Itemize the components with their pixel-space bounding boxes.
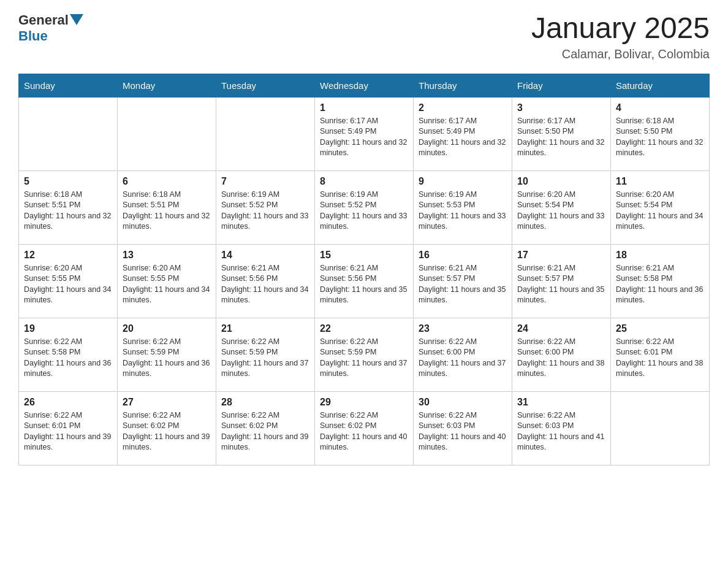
day-info: Sunrise: 6:21 AMSunset: 5:58 PMDaylight:… — [616, 263, 704, 306]
day-info: Sunrise: 6:20 AMSunset: 5:55 PMDaylight:… — [123, 263, 211, 306]
day-info: Sunrise: 6:22 AMSunset: 6:02 PMDaylight:… — [221, 410, 309, 453]
day-number: 6 — [123, 176, 211, 187]
day-number: 2 — [419, 102, 507, 113]
calendar-cell: 12Sunrise: 6:20 AMSunset: 5:55 PMDayligh… — [19, 244, 118, 318]
logo: General Blue — [18, 12, 83, 44]
month-title: January 2025 — [531, 12, 710, 45]
day-info: Sunrise: 6:21 AMSunset: 5:56 PMDaylight:… — [320, 263, 408, 306]
calendar-cell: 19Sunrise: 6:22 AMSunset: 5:58 PMDayligh… — [19, 318, 118, 391]
day-number: 30 — [419, 397, 507, 408]
day-number: 3 — [517, 102, 605, 113]
calendar-cell: 7Sunrise: 6:19 AMSunset: 5:52 PMDaylight… — [216, 170, 315, 244]
calendar-cell: 24Sunrise: 6:22 AMSunset: 6:00 PMDayligh… — [512, 318, 611, 391]
calendar-header-friday: Friday — [512, 74, 611, 97]
day-info: Sunrise: 6:22 AMSunset: 5:59 PMDaylight:… — [320, 337, 408, 380]
calendar-cell — [611, 391, 710, 465]
day-number: 26 — [24, 397, 112, 408]
calendar-cell: 29Sunrise: 6:22 AMSunset: 6:02 PMDayligh… — [315, 391, 414, 465]
day-number: 25 — [616, 323, 704, 334]
svg-marker-0 — [70, 14, 83, 25]
calendar-cell — [118, 97, 216, 170]
day-info: Sunrise: 6:22 AMSunset: 5:58 PMDaylight:… — [24, 337, 112, 380]
day-info: Sunrise: 6:18 AMSunset: 5:50 PMDaylight:… — [616, 116, 704, 159]
calendar-week-row: 5Sunrise: 6:18 AMSunset: 5:51 PMDaylight… — [19, 170, 710, 244]
logo-arrow-icon — [70, 14, 83, 25]
calendar-cell: 28Sunrise: 6:22 AMSunset: 6:02 PMDayligh… — [216, 391, 315, 465]
day-info: Sunrise: 6:19 AMSunset: 5:53 PMDaylight:… — [419, 190, 507, 232]
logo-general-text: General — [18, 12, 69, 28]
day-info: Sunrise: 6:22 AMSunset: 6:01 PMDaylight:… — [24, 410, 112, 453]
calendar-cell: 4Sunrise: 6:18 AMSunset: 5:50 PMDaylight… — [611, 97, 710, 170]
day-info: Sunrise: 6:22 AMSunset: 6:00 PMDaylight:… — [419, 337, 507, 380]
day-number: 12 — [24, 250, 112, 261]
calendar-header-saturday: Saturday — [611, 74, 710, 97]
calendar-header-tuesday: Tuesday — [216, 74, 315, 97]
day-number: 7 — [221, 176, 309, 187]
calendar-cell: 30Sunrise: 6:22 AMSunset: 6:03 PMDayligh… — [414, 391, 512, 465]
day-number: 22 — [320, 323, 408, 334]
day-info: Sunrise: 6:20 AMSunset: 5:54 PMDaylight:… — [517, 190, 605, 232]
calendar-cell: 15Sunrise: 6:21 AMSunset: 5:56 PMDayligh… — [315, 244, 414, 318]
day-number: 17 — [517, 250, 605, 261]
day-info: Sunrise: 6:19 AMSunset: 5:52 PMDaylight:… — [320, 190, 408, 232]
day-info: Sunrise: 6:22 AMSunset: 6:03 PMDaylight:… — [419, 410, 507, 453]
day-info: Sunrise: 6:22 AMSunset: 6:02 PMDaylight:… — [123, 410, 211, 453]
day-number: 21 — [221, 323, 309, 334]
day-number: 5 — [24, 176, 112, 187]
calendar-header-sunday: Sunday — [19, 74, 118, 97]
day-info: Sunrise: 6:20 AMSunset: 5:54 PMDaylight:… — [616, 190, 704, 232]
day-number: 29 — [320, 397, 408, 408]
day-info: Sunrise: 6:21 AMSunset: 5:56 PMDaylight:… — [221, 263, 309, 306]
day-number: 23 — [419, 323, 507, 334]
day-number: 14 — [221, 250, 309, 261]
calendar-cell — [216, 97, 315, 170]
calendar-cell: 31Sunrise: 6:22 AMSunset: 6:03 PMDayligh… — [512, 391, 611, 465]
day-info: Sunrise: 6:17 AMSunset: 5:50 PMDaylight:… — [517, 116, 605, 159]
calendar-cell: 1Sunrise: 6:17 AMSunset: 5:49 PMDaylight… — [315, 97, 414, 170]
day-number: 31 — [517, 397, 605, 408]
day-info: Sunrise: 6:21 AMSunset: 5:57 PMDaylight:… — [419, 263, 507, 306]
day-number: 15 — [320, 250, 408, 261]
location-subtitle: Calamar, Bolivar, Colombia — [531, 47, 710, 61]
calendar-cell: 6Sunrise: 6:18 AMSunset: 5:51 PMDaylight… — [118, 170, 216, 244]
logo-blue-text: Blue — [18, 28, 48, 44]
day-info: Sunrise: 6:22 AMSunset: 6:01 PMDaylight:… — [616, 337, 704, 380]
day-number: 27 — [123, 397, 211, 408]
calendar-header-row: SundayMondayTuesdayWednesdayThursdayFrid… — [19, 74, 710, 97]
day-info: Sunrise: 6:21 AMSunset: 5:57 PMDaylight:… — [517, 263, 605, 306]
day-info: Sunrise: 6:22 AMSunset: 5:59 PMDaylight:… — [123, 337, 211, 380]
day-number: 13 — [123, 250, 211, 261]
calendar-week-row: 12Sunrise: 6:20 AMSunset: 5:55 PMDayligh… — [19, 244, 710, 318]
day-number: 1 — [320, 102, 408, 113]
day-info: Sunrise: 6:17 AMSunset: 5:49 PMDaylight:… — [419, 116, 507, 159]
calendar-week-row: 26Sunrise: 6:22 AMSunset: 6:01 PMDayligh… — [19, 391, 710, 465]
title-section: January 2025 Calamar, Bolivar, Colombia — [531, 12, 710, 61]
calendar-cell: 27Sunrise: 6:22 AMSunset: 6:02 PMDayligh… — [118, 391, 216, 465]
day-info: Sunrise: 6:18 AMSunset: 5:51 PMDaylight:… — [123, 190, 211, 232]
calendar-cell: 16Sunrise: 6:21 AMSunset: 5:57 PMDayligh… — [414, 244, 512, 318]
calendar-cell: 25Sunrise: 6:22 AMSunset: 6:01 PMDayligh… — [611, 318, 710, 391]
calendar-week-row: 1Sunrise: 6:17 AMSunset: 5:49 PMDaylight… — [19, 97, 710, 170]
day-number: 9 — [419, 176, 507, 187]
calendar-cell: 9Sunrise: 6:19 AMSunset: 5:53 PMDaylight… — [414, 170, 512, 244]
day-number: 20 — [123, 323, 211, 334]
day-info: Sunrise: 6:22 AMSunset: 6:03 PMDaylight:… — [517, 410, 605, 453]
calendar-cell: 5Sunrise: 6:18 AMSunset: 5:51 PMDaylight… — [19, 170, 118, 244]
day-info: Sunrise: 6:19 AMSunset: 5:52 PMDaylight:… — [221, 190, 309, 232]
day-info: Sunrise: 6:22 AMSunset: 5:59 PMDaylight:… — [221, 337, 309, 380]
calendar-cell: 20Sunrise: 6:22 AMSunset: 5:59 PMDayligh… — [118, 318, 216, 391]
calendar-cell: 13Sunrise: 6:20 AMSunset: 5:55 PMDayligh… — [118, 244, 216, 318]
day-number: 8 — [320, 176, 408, 187]
calendar-cell: 14Sunrise: 6:21 AMSunset: 5:56 PMDayligh… — [216, 244, 315, 318]
calendar-cell: 22Sunrise: 6:22 AMSunset: 5:59 PMDayligh… — [315, 318, 414, 391]
day-number: 18 — [616, 250, 704, 261]
calendar-cell: 11Sunrise: 6:20 AMSunset: 5:54 PMDayligh… — [611, 170, 710, 244]
calendar-header-monday: Monday — [118, 74, 216, 97]
calendar-cell: 26Sunrise: 6:22 AMSunset: 6:01 PMDayligh… — [19, 391, 118, 465]
calendar-cell: 3Sunrise: 6:17 AMSunset: 5:50 PMDaylight… — [512, 97, 611, 170]
calendar-header-wednesday: Wednesday — [315, 74, 414, 97]
calendar-table: SundayMondayTuesdayWednesdayThursdayFrid… — [18, 74, 710, 465]
calendar-cell: 2Sunrise: 6:17 AMSunset: 5:49 PMDaylight… — [414, 97, 512, 170]
calendar-header-thursday: Thursday — [414, 74, 512, 97]
calendar-cell: 10Sunrise: 6:20 AMSunset: 5:54 PMDayligh… — [512, 170, 611, 244]
